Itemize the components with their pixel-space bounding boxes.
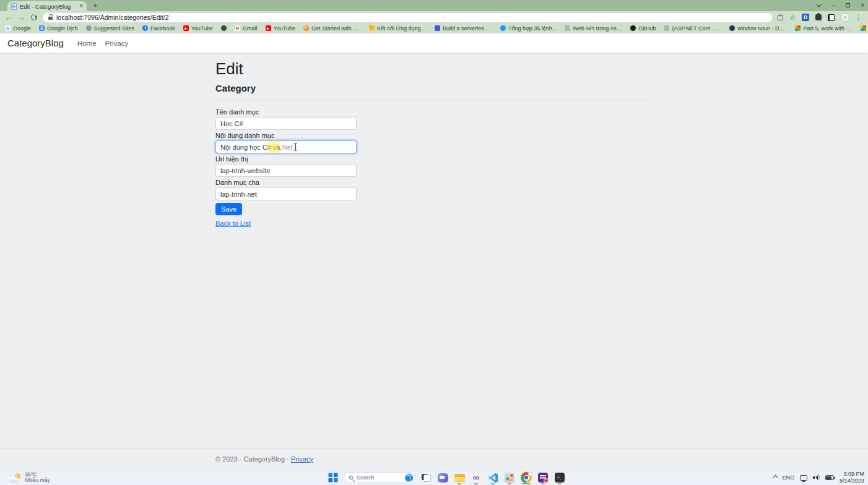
edit-category-form: Tên danh mục Nội dung danh mục Nội dung … [215,108,357,228]
bookmark-favicon-icon [266,25,271,31]
back-to-list-link[interactable]: Back to List [215,220,251,227]
bookmark-label: Facebook [150,25,175,32]
footer-privacy-link[interactable]: Privacy [291,455,313,463]
name-field-input[interactable] [215,117,357,130]
profile-avatar[interactable]: ☺ [841,13,849,22]
url-field-input[interactable] [215,164,357,177]
parent-field-input[interactable] [215,187,357,200]
volume-icon[interactable]: ) [813,475,820,481]
bookmark-item[interactable]: Get Started with Fir... [303,25,361,32]
folder-icon [454,474,465,482]
browser-tab-strip: Edit - CategoryBlog × + – × [0,0,868,11]
tab-close-icon[interactable]: × [79,3,83,9]
bookmark-item[interactable]: Gmail [235,25,258,32]
nav-link-home[interactable]: Home [77,40,97,47]
bookmark-favicon-icon [369,25,375,31]
bookmark-label: (ASP.NET Core MV... [672,25,721,32]
nav-link-privacy[interactable]: Privacy [105,40,129,47]
tab-title: Edit - CategoryBlog [20,3,76,10]
chat-button[interactable] [436,471,449,484]
reload-icon[interactable] [30,13,38,22]
browser-menu-icon[interactable]: ⋮ [856,14,862,20]
save-button[interactable]: Save [215,203,242,215]
bookmark-item[interactable]: window noun - Defi... [729,25,787,32]
bookmark-favicon-icon [729,25,735,31]
bookmark-favicon-icon [630,25,636,31]
extensions-puzzle-icon[interactable] [815,14,822,20]
bookmark-item[interactable]: YouTube [266,25,295,32]
window-minimize-icon[interactable]: – [832,2,836,9]
search-icon [349,476,353,479]
browser-actions: ☆ D ☺ ⋮ [778,13,863,22]
parent-field-label: Danh mục cha [215,179,357,186]
bookmark-label: Gmail [243,25,258,32]
url-bar[interactable]: localhost:7096/Admin/categories/Edit/2 [43,13,772,22]
bing-icon [405,474,413,482]
bookmark-item[interactable]: Suggested Sites [86,25,135,32]
tray-expand-icon[interactable] [773,475,778,480]
vscode-button[interactable] [487,471,499,484]
web-page: CategoryBlog Home Privacy Edit Category … [0,33,868,469]
url-text[interactable]: localhost:7096/Admin/categories/Edit/2 [56,14,169,21]
capture-tool-icon [505,473,514,483]
bookmark-item[interactable]: YouTube [183,25,213,32]
dark-reader-extension-icon[interactable] [828,14,835,21]
bookmark-favicon-icon [500,25,506,31]
bookmark-favicon-icon [221,25,227,31]
browser-tab[interactable]: Edit - CategoryBlog × [7,1,87,11]
network-icon[interactable] [800,475,807,481]
clock[interactable]: 3:09 PM 5/14/2023 [840,471,864,484]
window-restore-icon[interactable] [846,3,850,7]
task-view-button[interactable] [420,471,432,484]
weather-icon [10,473,21,483]
bookmark-label: Build a serverless m... [443,25,492,32]
bookmark-label: Suggested Sites [94,25,135,32]
bookmark-item[interactable]: Kết nối Ứng dụng c... [369,25,427,32]
bookmark-star-icon[interactable]: ☆ [789,14,796,21]
content-field-input[interactable]: Nội dung học C# và .Net [215,140,357,153]
bookmark-favicon-icon [303,25,309,31]
site-brand[interactable]: CategoryBlog [7,38,64,48]
start-button[interactable] [327,471,339,484]
bookmark-item[interactable]: Part 5, work with a... [795,25,853,32]
bookmark-item[interactable]: Google [5,25,31,32]
chrome-icon [521,472,532,483]
bookmark-item[interactable]: Web API trong Asp... [565,25,622,32]
taskbar-search[interactable]: Search [344,472,415,483]
bookmark-item[interactable]: ControllerEndpoint... [861,25,868,32]
text-cursor-icon [293,143,298,152]
weather-widget[interactable]: 35°C Nhiều mây [10,470,50,485]
battery-icon[interactable] [825,475,834,480]
bookmark-item[interactable]: Facebook [142,25,175,32]
bookmark-favicon-icon [861,25,866,31]
recorder-button[interactable] [537,471,549,484]
share-icon[interactable] [778,15,783,20]
window-close-icon[interactable]: × [861,2,864,9]
name-field-label: Tên danh mục [215,108,357,116]
file-explorer-button[interactable] [453,471,466,484]
capture-tool-button[interactable] [503,471,516,484]
new-tab-button[interactable]: + [93,1,98,10]
terminal-icon: >_ [555,473,565,483]
bookmark-item[interactable]: Google Dịch [39,25,78,32]
task-view-icon [422,474,431,482]
bookmark-item[interactable] [221,25,227,31]
content-field-label: Nội dung danh mục [215,132,357,139]
forward-icon[interactable]: → [18,14,25,21]
terminal-button[interactable]: >_ [553,471,566,484]
bookmark-item[interactable]: Tổng hợp 35 lệnh... [500,25,557,32]
bookmark-item[interactable]: (ASP.NET Core MV... [664,25,721,32]
content-field-text: Nội dung học C# và [220,144,280,151]
bookmark-item[interactable]: Build a serverless m... [435,25,492,32]
site-nav-links: Home Privacy [77,40,128,47]
visual-studio-button[interactable]: ∞ [470,471,482,484]
bookmark-favicon-icon [142,25,148,31]
window-menu-chevron-icon[interactable] [818,4,822,7]
bookmark-favicon-icon [565,25,570,31]
chrome-button[interactable] [520,471,532,484]
back-icon[interactable]: ← [5,14,12,21]
bookmark-item[interactable]: GitHub [630,25,656,32]
language-indicator[interactable]: ENG [782,474,794,481]
idm-extension-icon[interactable]: D [802,14,809,21]
bookmark-favicon-icon [39,25,45,31]
